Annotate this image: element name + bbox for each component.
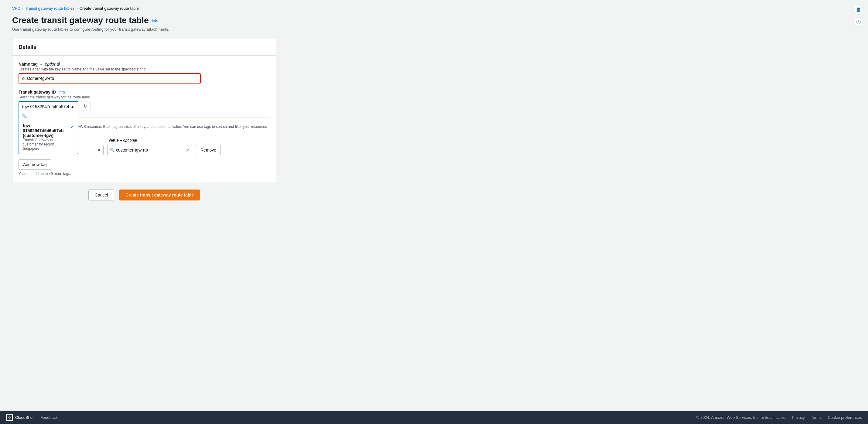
page-description: Use transit gateway route tables to conf… xyxy=(12,27,856,32)
name-tag-input[interactable] xyxy=(19,73,201,84)
logo-box: ⬡ xyxy=(6,414,13,421)
cookie-link[interactable]: Cookie preferences xyxy=(828,415,862,420)
page-title-container: Create transit gateway route table Info xyxy=(12,16,856,25)
name-tag-optional: optional xyxy=(45,62,60,66)
tag-value-clear-button[interactable]: ✕ xyxy=(186,147,189,153)
cloudshell-label[interactable]: CloudShell xyxy=(15,415,34,420)
tgw-label-text: Transit gateway ID xyxy=(19,90,56,94)
tag-key-clear-button[interactable]: ✕ xyxy=(97,147,101,153)
transit-gateway-id-label: Transit gateway ID Info xyxy=(19,90,270,94)
action-bar: Cancel Create transit gateway route tabl… xyxy=(12,182,276,208)
name-tag-label-text: Name tag xyxy=(19,62,38,66)
top-right-icons: 👤 🕐 xyxy=(854,5,863,27)
remove-tag-button[interactable]: Remove xyxy=(196,145,221,155)
dropdown-option-0[interactable]: tgw-01582947d546b57eb (customer-tgw) Tra… xyxy=(19,120,78,154)
tgw-hint: Select the transit gateway for the route… xyxy=(19,95,270,99)
breadcrumb-current: Create transit gateway route table xyxy=(80,6,139,11)
name-tag-hint: Creates a tag with the key set to Name a… xyxy=(19,67,270,71)
transit-gateway-id-group: Transit gateway ID Info Select the trans… xyxy=(19,90,270,112)
dropdown-panel: 🔍 tgw-01582947d546b57eb (customer-tgw) T… xyxy=(19,112,79,154)
breadcrumb-vpc[interactable]: VPC xyxy=(12,6,20,11)
add-tag-hint: You can add up to 49 more tags. xyxy=(19,172,270,176)
details-card: Details Name tag – optional Creates a ta… xyxy=(12,39,276,182)
refresh-button[interactable]: ↻ xyxy=(81,101,91,111)
tgw-info-link[interactable]: Info xyxy=(58,90,65,94)
option-subtitle: Transit Gateway of customer for region S… xyxy=(23,138,68,151)
user-icon-button[interactable]: 👤 xyxy=(854,5,863,14)
breadcrumb-sep-1: › xyxy=(22,6,23,11)
select-button[interactable]: tgw-01582947d546b57eb ▲ xyxy=(19,101,79,112)
clock-icon-button[interactable]: 🕐 xyxy=(854,17,863,27)
create-button[interactable]: Create transit gateway route table xyxy=(119,189,200,201)
feedback-link[interactable]: Feedback xyxy=(40,415,58,420)
check-icon: ✓ xyxy=(70,124,74,130)
tag-value-header: Value – optional xyxy=(108,138,193,143)
tag-value-input[interactable] xyxy=(116,148,186,152)
privacy-link[interactable]: Privacy xyxy=(792,415,805,420)
footer: ⬡ CloudShell Feedback © 2024, Amazon Web… xyxy=(0,411,868,424)
name-tag-group: Name tag – optional Creates a tag with t… xyxy=(19,62,270,84)
cloudshell-logo: ⬡ CloudShell xyxy=(6,414,34,421)
option-text: tgw-01582947d546b57eb (customer-tgw) Tra… xyxy=(23,123,68,151)
card-body: Name tag – optional Creates a tag with t… xyxy=(12,56,276,182)
breadcrumb: VPC › Transit gateway route tables › Cre… xyxy=(12,6,856,11)
footer-left: ⬡ CloudShell Feedback xyxy=(6,414,58,421)
dropdown-search-input[interactable] xyxy=(29,113,75,118)
page-title: Create transit gateway route table xyxy=(12,16,149,25)
dropdown-search: 🔍 xyxy=(19,112,78,120)
select-row: tgw-01582947d546b57eb ▲ 🔍 tgw-01582947d5… xyxy=(19,101,270,112)
cancel-button[interactable]: Cancel xyxy=(88,189,115,201)
tag-value-search-icon: 🔍 xyxy=(110,148,115,152)
add-tag-button[interactable]: Add new tag xyxy=(19,159,51,170)
name-tag-label: Name tag – optional xyxy=(19,62,270,66)
name-tag-dash: – xyxy=(40,62,42,66)
chevron-up-icon: ▲ xyxy=(70,104,75,109)
tag-value-input-wrapper: 🔍 ✕ xyxy=(107,145,192,155)
breadcrumb-route-tables[interactable]: Transit gateway route tables xyxy=(25,6,75,11)
footer-right: © 2024, Amazon Web Services, Inc. or its… xyxy=(696,415,862,420)
select-container: tgw-01582947d546b57eb ▲ 🔍 tgw-01582947d5… xyxy=(19,101,79,112)
card-header: Details xyxy=(12,39,276,56)
footer-copyright: © 2024, Amazon Web Services, Inc. or its… xyxy=(696,415,786,420)
select-value: tgw-01582947d546b57eb xyxy=(22,104,70,109)
terms-link[interactable]: Terms xyxy=(811,415,822,420)
main-content: VPC › Transit gateway route tables › Cre… xyxy=(0,0,868,411)
page-info-link[interactable]: Info xyxy=(152,18,158,23)
breadcrumb-sep-2: › xyxy=(76,6,78,11)
card-title: Details xyxy=(19,44,270,51)
option-title: tgw-01582947d546b57eb (customer-tgw) xyxy=(23,123,68,138)
search-icon: 🔍 xyxy=(22,113,27,118)
